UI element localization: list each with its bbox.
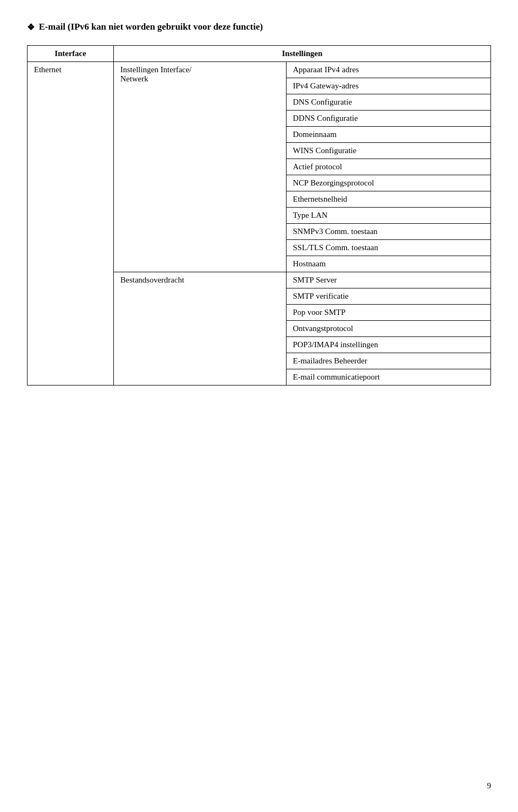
cell-setting: E-mail communicatiepoort	[286, 369, 490, 386]
cell-interface-ethernet: Ethernet	[28, 62, 114, 386]
page-number: 9	[487, 781, 492, 790]
cell-setting: IPv4 Gateway-adres	[286, 78, 490, 94]
cell-setting: POP3/IMAP4 instellingen	[286, 337, 490, 353]
cell-setting: DNS Configuratie	[286, 94, 490, 111]
diamond-icon: ❖	[27, 22, 35, 32]
cell-sub-netwerk: Instellingen Interface/Netwerk	[114, 62, 287, 272]
cell-setting: Hostnaam	[286, 256, 490, 272]
cell-setting: SMTP Server	[286, 272, 490, 288]
cell-setting: Type LAN	[286, 208, 490, 224]
cell-setting: Apparaat IPv4 adres	[286, 62, 490, 78]
cell-setting: SSL/TLS Comm. toestaan	[286, 240, 490, 256]
cell-setting: E-mailadres Beheerder	[286, 353, 490, 369]
cell-setting: NCP Bezorgingsprotocol	[286, 175, 490, 191]
cell-setting: SNMPv3 Comm. toestaan	[286, 224, 490, 240]
page-title: ❖ E-mail (IPv6 kan niet worden gebruikt …	[27, 22, 491, 32]
cell-setting: DDNS Configuratie	[286, 111, 490, 127]
main-table: Interface Instellingen Ethernet Instelli…	[27, 45, 491, 386]
cell-setting: Actief protocol	[286, 159, 490, 175]
header-interface: Interface	[28, 46, 114, 62]
header-instellingen: Instellingen	[114, 46, 491, 62]
cell-setting: Domeinnaam	[286, 127, 490, 143]
cell-setting: Ethernetsnelheid	[286, 191, 490, 208]
cell-sub-bestandsoverdracht: Bestandsoverdracht	[114, 272, 287, 386]
cell-setting: Pop voor SMTP	[286, 305, 490, 321]
cell-setting: SMTP verificatie	[286, 288, 490, 305]
cell-setting: Ontvangstprotocol	[286, 321, 490, 337]
cell-setting: WINS Configuratie	[286, 143, 490, 159]
table-row: Ethernet Instellingen Interface/Netwerk …	[28, 62, 491, 78]
